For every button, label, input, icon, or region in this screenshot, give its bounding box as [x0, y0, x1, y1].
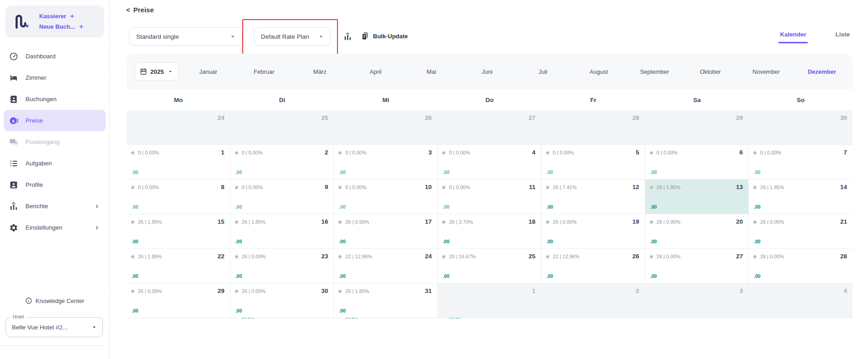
day-number: 29 [218, 287, 225, 294]
occupancy-stats-text: 26 | 7.41% [553, 185, 577, 190]
day-cell-14[interactable]: 1426 | 1.85%€ 400.00 [749, 180, 853, 214]
price-calendar: 2025 JanuarFebruarMärzAprilMaiJuniJuliAu… [127, 54, 853, 318]
day-cell-29[interactable]: 2926 | 0.00%€ 400.00 [127, 283, 230, 318]
day-cell-21[interactable]: 2126 | 0.00%€ 400.00 [749, 214, 853, 249]
calendar-grid: 2425262728293010 | 0.00%€ 0.0020 | 0.00%… [127, 110, 853, 318]
day-cell-2[interactable]: 20 | 0.00%€ 0.00 [230, 145, 334, 180]
day-price: € 400.00 [650, 201, 657, 210]
sidebar-item-profile[interactable]: Profile [4, 174, 106, 195]
month-tab-märz[interactable]: März [292, 54, 348, 89]
room-type-select[interactable]: Standard single [129, 27, 242, 46]
sidebar-item-berichte[interactable]: Berichte [4, 195, 106, 217]
day-price: € 400.00 [546, 271, 553, 279]
occupancy-dot-icon [442, 151, 445, 154]
rate-plan-select[interactable]: Default Rate Plan [254, 27, 331, 46]
day-cell-8[interactable]: 80 | 0.00%€ 0.00 [127, 180, 230, 214]
day-cell-17[interactable]: 1726 | 5.56%€ 400.00 [334, 214, 438, 249]
occupancy-stats: 26 | 1.85% [131, 219, 162, 225]
month-tab-november[interactable]: November [738, 54, 794, 89]
day-cell-16[interactable]: 1626 | 1.85%€ 400.00 [230, 214, 334, 249]
day-price: € 400.00 [131, 305, 138, 313]
sidebar-item-posteingang[interactable]: Posteingang [4, 131, 106, 153]
day-price: € 400.00 [650, 236, 657, 244]
tab-kalender[interactable]: Kalender [780, 31, 807, 43]
day-cell-13[interactable]: 1326 | 1.85%€ 400.00 [645, 180, 749, 214]
day-cell-6[interactable]: 60 | 0.00%€ 0.00 [645, 145, 749, 180]
day-cell-26[interactable]: 2622 | 12.96%€ 400.00 [541, 249, 645, 283]
month-tab-januar[interactable]: Januar [180, 54, 236, 89]
day-price: € 0.00 [235, 201, 242, 210]
back-chevron[interactable]: < [126, 6, 130, 14]
month-tab-september[interactable]: September [627, 54, 683, 89]
day-cell-30[interactable]: 3026 | 0.00%€ 400.00 [230, 283, 334, 318]
day-cell-11[interactable]: 110 | 0.00%€ 0.00 [438, 180, 541, 214]
price-cents: .00 [339, 169, 346, 175]
weekday-header-do: Do [438, 89, 541, 110]
month-tab-oktober[interactable]: Oktober [683, 54, 739, 89]
sidebar-item-dashboard[interactable]: Dashboard [4, 46, 106, 67]
day-cell-18[interactable]: 1826 | 3.70%€ 400.00 [438, 214, 541, 249]
year-select[interactable]: 2025 [135, 62, 179, 81]
day-cell-29: 29 [645, 110, 749, 145]
sidebar-item-label: Profile [26, 181, 43, 188]
sidebar-nav: DashboardZimmerBuchungen$PreisePosteinga… [0, 43, 109, 238]
month-tab-juni[interactable]: Juni [460, 54, 516, 89]
month-tab-februar[interactable]: Februar [236, 54, 292, 89]
analytics-chart-icon[interactable] [343, 32, 352, 41]
sidebar-item-einstellungen[interactable]: Einstellungen [4, 217, 106, 238]
chevron-right-icon [94, 203, 100, 210]
day-cell-24[interactable]: 2422 | 12.96%€ 400.00 [334, 249, 438, 283]
occupancy-stats-text: 0 | 0.00% [242, 150, 263, 155]
day-price: € 0.00 [235, 167, 242, 175]
month-tab-august[interactable]: August [571, 54, 627, 89]
occupancy-stats-text: 0 | 0.00% [242, 185, 263, 190]
day-price: € 400.00 [650, 271, 657, 279]
price-cents: .00 [443, 239, 449, 244]
price-cents: .00 [339, 204, 346, 210]
day-cell-23[interactable]: 2326 | 0.00%€ 400.00 [230, 249, 334, 283]
day-cell-1[interactable]: 10 | 0.00%€ 0.00 [127, 145, 230, 180]
day-cell-7[interactable]: 70 | 0.00%€ 0.00 [749, 145, 853, 180]
day-cell-9[interactable]: 90 | 0.00%€ 0.00 [230, 180, 334, 214]
day-cell-19[interactable]: 1926 | 0.00%€ 400.00 [541, 214, 645, 249]
occupancy-stats-text: 26 | 0.00% [657, 219, 680, 225]
day-number: 24 [218, 114, 225, 121]
month-tab-juli[interactable]: Juli [515, 54, 571, 89]
price-cents: .00 [754, 273, 761, 279]
sidebar-item-preise[interactable]: $Preise [4, 110, 106, 131]
occupancy-stats: 26 | 0.00% [753, 219, 784, 225]
day-cell-5[interactable]: 50 | 0.00%€ 0.00 [541, 145, 645, 180]
day-cell-15[interactable]: 1526 | 1.85%€ 400.00 [127, 214, 230, 249]
month-tab-april[interactable]: April [348, 54, 404, 89]
day-cell-10[interactable]: 100 | 0.00%€ 0.00 [334, 180, 438, 214]
neue-buchung-button[interactable]: Neue Buch... [39, 23, 84, 30]
day-cell-20[interactable]: 2026 | 0.00%€ 400.00 [645, 214, 749, 249]
day-cell-4[interactable]: 40 | 0.00%€ 0.00 [438, 145, 541, 180]
kassierer-button[interactable]: Kassierer [39, 13, 84, 20]
day-cell-3[interactable]: 30 | 0.00%€ 0.00 [334, 145, 438, 180]
tab-liste[interactable]: Liste [835, 31, 850, 43]
day-price: € 400.00 [753, 236, 761, 244]
day-number: 28 [633, 114, 639, 121]
hotel-select[interactable]: Hotel Belle Vue Hotel #2... [5, 317, 103, 337]
occupancy-dot-icon [546, 186, 549, 189]
day-cell-28[interactable]: 2826 | 0.00%€ 400.00 [749, 249, 853, 283]
day-cell-12[interactable]: 1226 | 7.41%€ 400.00 [541, 180, 645, 214]
occupancy-dot-icon [753, 255, 756, 258]
price-cents: .00 [132, 308, 138, 313]
day-cell-22[interactable]: 2226 | 1.85%€ 400.00 [127, 249, 230, 283]
month-tab-mai[interactable]: Mai [403, 54, 460, 89]
price-coin-icon: $ [9, 116, 18, 125]
occupancy-stats-text: 26 | 0.00% [760, 254, 784, 259]
bulk-update-button[interactable]: Bulk-Update [361, 32, 408, 40]
month-tab-dezember[interactable]: Dezember [794, 54, 850, 89]
day-cell-27[interactable]: 2726 | 0.00%€ 400.00 [645, 249, 749, 283]
price-cents: .00 [132, 239, 138, 244]
sidebar-item-aufgaben[interactable]: Aufgaben [4, 153, 106, 174]
sidebar-item-buchungen[interactable]: Buchungen [4, 88, 106, 110]
sidebar-item-zimmer[interactable]: Zimmer [4, 67, 106, 88]
knowledge-center-link[interactable]: Knowledge Center [0, 297, 109, 304]
day-cell-25[interactable]: 2520 | 16.67%€ 400.00 [438, 249, 541, 283]
price-cents: .00 [235, 169, 242, 175]
day-cell-31[interactable]: 3126 | 1.85%€ 400.00 [334, 283, 438, 318]
